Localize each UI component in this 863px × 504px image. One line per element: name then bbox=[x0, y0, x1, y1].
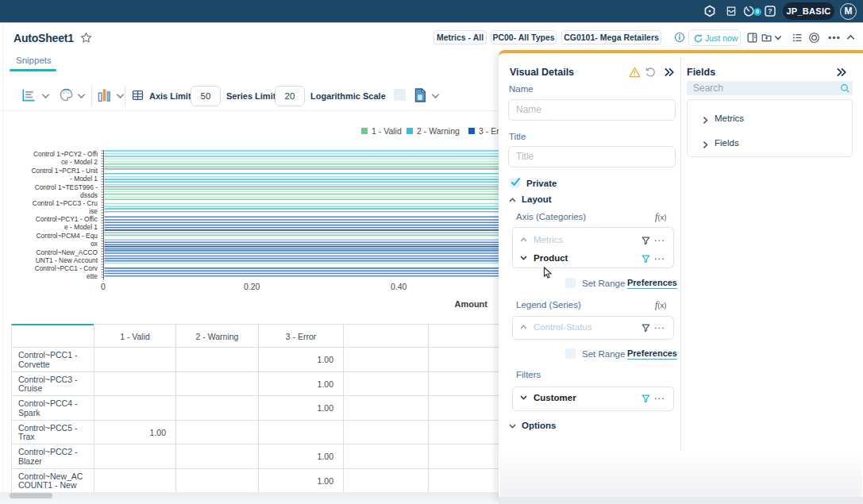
svg-text:?: ? bbox=[768, 7, 772, 15]
